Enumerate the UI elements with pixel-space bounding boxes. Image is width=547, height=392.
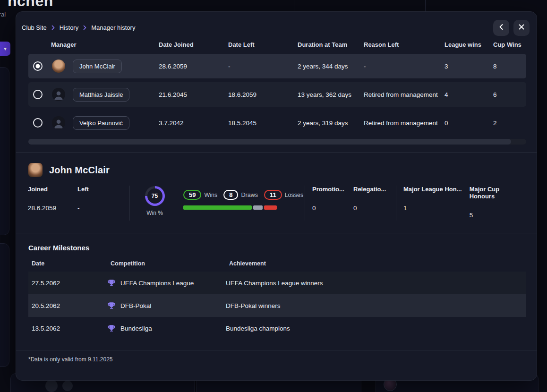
date-joined-value: 3.7.2042 (155, 119, 224, 127)
column-header-competition: Competition (107, 260, 226, 267)
league-wins-value: 4 (441, 91, 489, 98)
horizontal-scrollbar[interactable] (28, 139, 526, 145)
left-label: Left (77, 186, 89, 193)
major-league-honours-label: Major League Hon... (403, 186, 470, 193)
manager-avatar (52, 116, 65, 129)
major-cup-honours-value: 5 (470, 212, 526, 219)
joined-value: 28.6.2059 (28, 205, 77, 212)
manager-row[interactable]: John McClair 28.6.2059 - 2 years, 344 da… (28, 54, 526, 78)
wins-label: Wins (204, 192, 217, 198)
cup-wins-value: 2 (489, 119, 526, 127)
column-header-achievement: Achievement (226, 260, 526, 267)
close-icon (519, 24, 524, 31)
manager-avatar (52, 88, 65, 101)
data-validity-footnote: *Data is only valid from 9.11.2025 (28, 356, 526, 363)
wins-pill: 59 (183, 190, 201, 200)
milestone-achievement: Bundesliga champions (226, 325, 526, 332)
chevron-left-icon (499, 24, 504, 32)
column-header-date: Date (28, 260, 107, 267)
win-pct-donut: 75 (145, 186, 165, 206)
duration-value: 13 years, 362 days (294, 91, 360, 98)
milestone-date: 27.5.2062 (28, 280, 107, 287)
win-pct-value: 75 (147, 188, 162, 204)
wdl-bar-wins (183, 205, 252, 210)
trophy-icon (107, 279, 116, 287)
trophy-icon (107, 324, 116, 332)
manager-name[interactable]: Matthias Jaissle (73, 88, 129, 102)
modal-header: Club Site History Manager history (16, 12, 537, 37)
column-header-reason-left: Reason Left (360, 41, 441, 48)
milestone-row: 20.5.2062 DFB-Pokal DFB-Pokal winners (28, 294, 526, 317)
losses-pill: 11 (264, 190, 282, 200)
milestone-row: 13.5.2062 Bundesliga Bundesliga champion… (28, 317, 526, 340)
milestone-competition: Bundesliga (120, 325, 152, 332)
breadcrumb-manager-history: Manager history (91, 24, 135, 31)
duration-value: 2 years, 319 days (294, 119, 360, 127)
wdl-bar (183, 205, 277, 210)
column-header-cup-wins: Cup Wins (489, 41, 526, 48)
manager-name[interactable]: Veljko Paunović (73, 116, 129, 130)
background-text-fragment: tral (0, 11, 6, 18)
promotions-value: 0 (312, 205, 353, 212)
milestone-competition: UEFA Champions League (120, 280, 194, 287)
wdl-bar-draws (253, 205, 263, 210)
header-divider (425, 0, 426, 12)
reason-left-value: Retired from management (360, 119, 441, 127)
header-divider (294, 0, 294, 12)
milestone-date: 20.5.2062 (28, 302, 107, 309)
joined-label: Joined (28, 186, 77, 193)
close-button[interactable] (513, 20, 530, 36)
manager-stats-row: Joined 28.6.2059 Left - 75 Win % 59 Wins… (28, 186, 526, 221)
trophy-icon (107, 301, 116, 310)
manager-avatar (52, 60, 65, 73)
milestone-achievement: DFB-Pokal winners (226, 302, 526, 309)
league-wins-value: 3 (441, 63, 489, 70)
chevron-right-icon (83, 25, 87, 30)
manager-radio[interactable] (33, 90, 43, 99)
sidebar-collapse-button[interactable]: ▾ (0, 42, 10, 56)
relegations-label: Relegatio... (353, 186, 386, 193)
draws-pill: 8 (223, 190, 238, 200)
promotions-label: Promotio... (312, 186, 353, 193)
breadcrumb-club-site[interactable]: Club Site (22, 24, 47, 31)
milestone-competition: DFB-Pokal (120, 302, 151, 309)
manager-row[interactable]: Veljko Paunović 3.7.2042 18.5.2045 2 yea… (28, 111, 526, 135)
date-joined-value: 21.6.2045 (155, 91, 224, 98)
milestones-table: Date Competition Achievement 27.5.2062 U… (16, 260, 537, 340)
major-league-honours-value: 1 (403, 205, 470, 212)
date-left-value: - (224, 63, 294, 70)
column-header-date-left: Date Left (224, 41, 294, 48)
career-milestones-title: Career Milestones (28, 244, 526, 252)
wdl-bar-losses (264, 205, 277, 210)
milestone-achievement: UEFA Champions League winners (226, 280, 526, 287)
manager-row[interactable]: Matthias Jaissle 21.6.2045 18.6.2059 13 … (28, 82, 526, 107)
background-panel (0, 67, 9, 235)
milestones-table-header: Date Competition Achievement (28, 260, 526, 267)
manager-radio[interactable] (33, 118, 43, 128)
reason-left-value: - (360, 63, 441, 70)
column-header-duration: Duration at Team (294, 41, 360, 48)
section-divider (16, 350, 537, 350)
managers-table: Manager Date Joined Date Left Duration a… (16, 41, 537, 135)
chevron-right-icon (51, 25, 55, 30)
manager-radio[interactable] (33, 61, 43, 71)
milestone-date: 13.5.2062 (28, 325, 107, 332)
managers-table-header: Manager Date Joined Date Left Duration a… (28, 41, 526, 48)
milestones-table-body: 27.5.2062 UEFA Champions League UEFA Cha… (28, 272, 526, 340)
major-cup-honours-label: Major Cup Honours (470, 186, 526, 200)
column-header-date-joined: Date Joined (155, 41, 224, 48)
background-avatar (45, 380, 58, 392)
breadcrumb-history[interactable]: History (60, 24, 78, 31)
manager-history-modal: Club Site History Manager history (16, 11, 537, 381)
manager-name[interactable]: John McClair (73, 60, 122, 73)
section-divider (16, 233, 537, 233)
back-button[interactable] (493, 20, 509, 36)
breadcrumb: Club Site History Manager history (22, 24, 135, 31)
cup-wins-value: 8 (489, 63, 526, 70)
duration-value: 2 years, 344 days (294, 63, 360, 70)
losses-label: Losses (285, 192, 304, 198)
horizontal-scrollbar-thumb[interactable] (28, 139, 511, 145)
selected-manager-name: John McClair (49, 165, 110, 176)
background-panel (0, 243, 9, 367)
column-header-manager: Manager (47, 41, 155, 48)
